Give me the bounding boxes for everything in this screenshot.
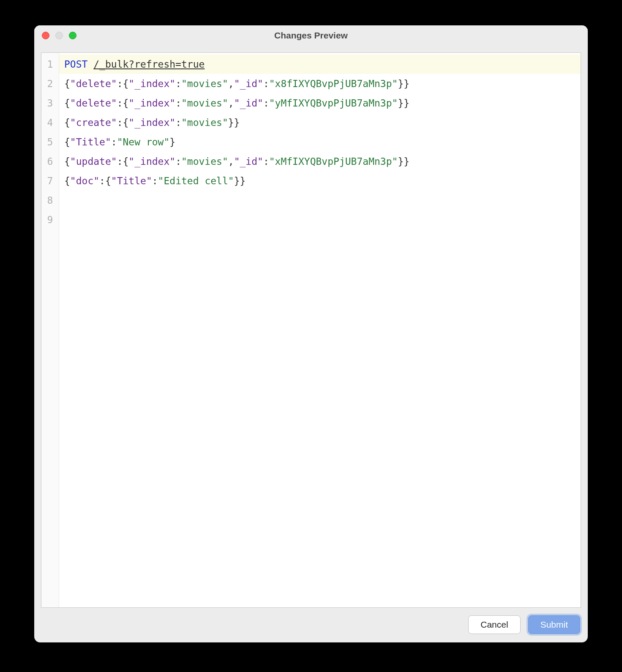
submit-button[interactable]: Submit bbox=[528, 615, 580, 634]
gutter-line-number: 7 bbox=[41, 171, 59, 191]
code-line[interactable]: {"Title":"New row"} bbox=[59, 132, 581, 152]
traffic-lights bbox=[34, 32, 76, 39]
code-line[interactable]: {"delete":{"_index":"movies","_id":"yMfI… bbox=[59, 93, 581, 113]
button-bar: Cancel Submit bbox=[34, 611, 588, 642]
code-line[interactable]: POST /_bulk?refresh=true bbox=[59, 55, 581, 74]
gutter-line-number: 9 bbox=[41, 210, 59, 229]
gutter-line-number: 5 bbox=[41, 132, 59, 152]
code-line[interactable]: {"update":{"_index":"movies","_id":"xMfI… bbox=[59, 152, 581, 171]
gutter-line-number: 4 bbox=[41, 113, 59, 132]
code-line[interactable]: {"create":{"_index":"movies"}} bbox=[59, 113, 581, 132]
gutter-line-number: 6 bbox=[41, 152, 59, 171]
window-title: Changes Preview bbox=[34, 30, 588, 41]
titlebar: Changes Preview bbox=[34, 25, 588, 46]
code-area[interactable]: POST /_bulk?refresh=true{"delete":{"_ind… bbox=[59, 53, 581, 607]
code-editor[interactable]: 123456789 POST /_bulk?refresh=true{"dele… bbox=[41, 52, 581, 608]
cancel-button[interactable]: Cancel bbox=[468, 615, 520, 634]
code-line[interactable]: {"doc":{"Title":"Edited cell"}} bbox=[59, 171, 581, 191]
close-icon[interactable] bbox=[42, 32, 49, 39]
dialog-window: Changes Preview 123456789 POST /_bulk?re… bbox=[34, 25, 588, 642]
code-line[interactable]: {"delete":{"_index":"movies","_id":"x8fI… bbox=[59, 74, 581, 93]
gutter-line-number: 3 bbox=[41, 93, 59, 113]
code-line[interactable] bbox=[59, 191, 581, 210]
gutter-line-number: 8 bbox=[41, 191, 59, 210]
gutter-column: 123456789 bbox=[41, 53, 59, 607]
code-line[interactable] bbox=[59, 210, 581, 229]
gutter-line-number: 1 bbox=[41, 55, 59, 74]
minimize-icon bbox=[55, 32, 63, 39]
gutter-line-number: 2 bbox=[41, 74, 59, 93]
maximize-icon[interactable] bbox=[69, 32, 76, 39]
